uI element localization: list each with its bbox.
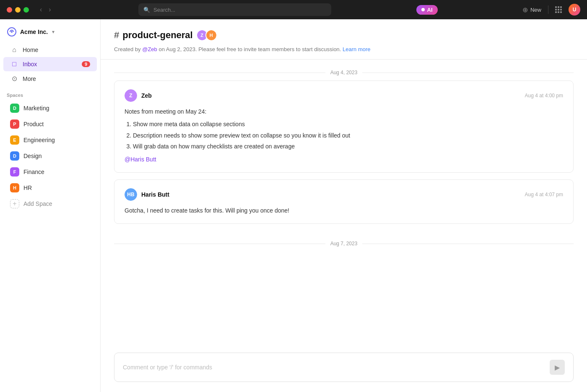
sidebar-item-design[interactable]: D Design <box>3 148 97 164</box>
search-bar[interactable]: 🔍 <box>138 3 331 16</box>
spaces-section-label: Spaces <box>0 86 100 100</box>
list-item: Description needs to show some preview t… <box>133 131 563 140</box>
msg-list: Show more meta data on collapse sections… <box>125 119 563 151</box>
learn-more-link[interactable]: Learn more <box>343 46 370 52</box>
date-divider-aug7: Aug 7, 2023 <box>114 231 574 252</box>
ai-button[interactable]: AI <box>416 5 438 15</box>
sidebar-item-label: More <box>23 75 90 82</box>
date-line-right <box>362 73 574 73</box>
message-card-2: HB Haris Butt Aug 4 at 4:07 pm Gotcha, I… <box>114 179 574 224</box>
ai-label: AI <box>427 7 433 13</box>
date-divider-aug4: Aug 4, 2023 <box>114 60 574 80</box>
comment-box[interactable]: ▶ <box>114 353 574 382</box>
member-avatars: Z H <box>196 29 217 41</box>
search-icon: 🔍 <box>143 7 150 13</box>
plus-icon: ⊕ <box>522 6 528 14</box>
sidebar-item-engineering[interactable]: E Engineering <box>3 132 97 148</box>
msg-author-1: Zeb <box>141 92 521 99</box>
msg-time-1: Aug 4 at 4:00 pm <box>525 93 563 99</box>
maximize-dot[interactable] <box>23 7 29 13</box>
sidebar-item-more[interactable]: ⊙ More <box>3 71 97 86</box>
sidebar-item-inbox[interactable]: □ Inbox 9 <box>3 57 97 71</box>
sidebar-item-hr[interactable]: H HR <box>3 180 97 196</box>
member-avatar-2: H <box>205 29 217 41</box>
channel-title-row: # product-general Z H <box>114 29 574 41</box>
workspace-name: Acme Inc. <box>20 29 48 35</box>
more-icon: ⊙ <box>10 75 18 83</box>
sidebar-item-home[interactable]: ⌂ Home <box>3 43 97 57</box>
msg-body-text: Gotcha, I need to create tasks for this.… <box>125 206 563 215</box>
new-label: New <box>530 7 541 13</box>
channel-name: product-general <box>122 30 192 41</box>
comment-input[interactable] <box>123 364 545 371</box>
sidebar-item-label: Engineering <box>23 137 90 143</box>
forward-arrow[interactable]: › <box>46 5 53 14</box>
sidebar-item-label: Home <box>23 47 90 53</box>
creator-mention[interactable]: @Zeb <box>142 46 157 52</box>
svg-point-1 <box>11 31 13 33</box>
new-button[interactable]: ⊕ New <box>522 6 541 14</box>
add-space-plus-icon: + <box>10 199 19 208</box>
nav-arrows: ‹ › <box>37 5 54 14</box>
avatar-haris: HB <box>125 188 137 201</box>
message-header-2: HB Haris Butt Aug 4 at 4:07 pm <box>125 188 563 201</box>
send-icon: ▶ <box>555 363 560 371</box>
sidebar: Acme Inc. ▾ ⌂ Home □ Inbox 9 ⊙ More Spac… <box>0 19 101 392</box>
finance-space-icon: F <box>10 167 19 177</box>
sidebar-item-marketing[interactable]: D Marketing <box>3 100 97 116</box>
minimize-dot[interactable] <box>15 7 21 13</box>
msg-mention[interactable]: @Haris Butt <box>125 156 156 163</box>
msg-body-intro: Notes from meeting on May 24: <box>125 107 563 116</box>
meta-text: Created by <box>114 46 141 52</box>
send-button[interactable]: ▶ <box>550 360 565 375</box>
back-arrow[interactable]: ‹ <box>37 5 44 14</box>
sidebar-item-label: Design <box>23 153 90 159</box>
message-card-1: Z Zeb Aug 4 at 4:00 pm Notes from meetin… <box>114 80 574 173</box>
home-icon: ⌂ <box>10 46 18 54</box>
hash-icon: # <box>114 30 119 41</box>
product-space-icon: P <box>10 119 19 129</box>
msg-author-2: Haris Butt <box>141 191 521 198</box>
input-area: ▶ <box>101 346 587 392</box>
design-space-icon: D <box>10 151 19 161</box>
date-line-left-2 <box>114 244 325 244</box>
sidebar-item-label: Product <box>23 121 90 127</box>
date-text-2: Aug 7, 2023 <box>330 241 358 247</box>
workspace-logo-icon <box>7 27 17 37</box>
content-area: # product-general Z H Created by @Zeb on… <box>101 19 587 392</box>
avatar-zeb: Z <box>125 89 137 102</box>
avatar-zeb-img: Z <box>125 89 137 102</box>
sidebar-item-label: Marketing <box>23 105 90 112</box>
main-area: Acme Inc. ▾ ⌂ Home □ Inbox 9 ⊙ More Spac… <box>0 19 587 392</box>
search-input[interactable] <box>153 7 326 13</box>
user-initials: U <box>573 7 577 13</box>
inbox-icon: □ <box>10 60 18 68</box>
list-item: Will grab data on how many checklists ar… <box>133 142 563 151</box>
grid-icon[interactable] <box>555 6 562 13</box>
member-avatar-img-2: H <box>206 30 216 40</box>
channel-meta: Created by @Zeb on Aug 2, 2023. Please f… <box>114 46 574 52</box>
message-body-2: Gotcha, I need to create tasks for this.… <box>125 206 563 215</box>
window-controls <box>7 7 29 13</box>
meta-suffix: on Aug 2, 2023. Please feel free to invi… <box>158 46 341 52</box>
channel-header: # product-general Z H Created by @Zeb on… <box>101 19 587 60</box>
msg-time-2: Aug 4 at 4:07 pm <box>525 192 563 197</box>
list-item: Show more meta data on collapse sections <box>133 119 563 129</box>
inbox-badge: 9 <box>82 61 90 67</box>
sidebar-item-product[interactable]: P Product <box>3 116 97 132</box>
workspace-header[interactable]: Acme Inc. ▾ <box>0 24 100 43</box>
chevron-down-icon: ▾ <box>52 29 55 35</box>
sidebar-item-label: Finance <box>23 169 90 175</box>
add-space-button[interactable]: + Add Space <box>3 196 97 212</box>
topbar-right: ⊕ New U <box>522 4 580 16</box>
message-body-1: Notes from meeting on May 24: Show more … <box>125 107 563 164</box>
date-line-left <box>114 73 325 73</box>
hr-space-icon: H <box>10 183 19 192</box>
close-dot[interactable] <box>7 7 12 13</box>
marketing-space-icon: D <box>10 104 19 113</box>
add-space-label: Add Space <box>23 200 52 207</box>
user-avatar[interactable]: U <box>569 4 580 16</box>
sidebar-item-finance[interactable]: F Finance <box>3 164 97 180</box>
topbar: ‹ › 🔍 AI ⊕ New U <box>0 0 587 19</box>
date-text: Aug 4, 2023 <box>330 70 358 75</box>
